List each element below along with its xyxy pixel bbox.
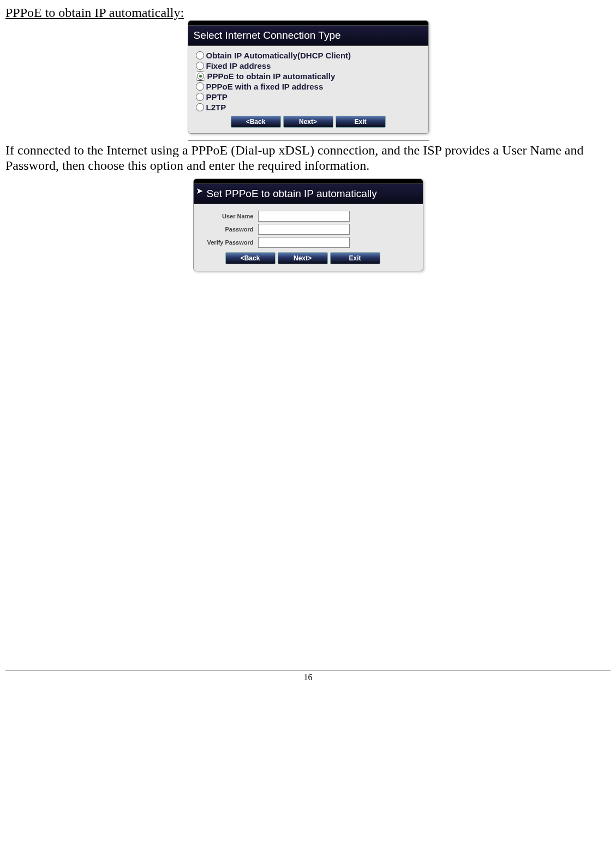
radio-option-fixed-ip[interactable]: Fixed IP address <box>196 61 421 71</box>
password-input[interactable] <box>258 224 350 235</box>
verify-password-input[interactable] <box>258 237 350 248</box>
next-button[interactable]: Next> <box>278 252 328 264</box>
password-label: Password <box>205 226 258 233</box>
radio-option-l2tp[interactable]: L2TP <box>196 102 421 112</box>
radio-selected-icon <box>196 72 205 81</box>
radio-icon <box>196 82 204 91</box>
back-button[interactable]: <Back <box>231 116 281 128</box>
exit-button[interactable]: Exit <box>330 252 380 264</box>
radio-icon <box>196 103 204 111</box>
username-label: User Name <box>205 213 258 219</box>
verify-password-label: Verify Password <box>205 239 258 246</box>
next-button[interactable]: Next> <box>283 116 333 128</box>
page-number: 16 <box>5 670 611 682</box>
dialog2-title: ➤ Set PPPoE to obtain IP automatically <box>194 183 423 204</box>
radio-option-pppoe-fixed[interactable]: PPPoE with a fixed IP address <box>196 81 421 92</box>
radio-option-dhcp[interactable]: Obtain IP Automatically(DHCP Client) <box>196 50 421 61</box>
radio-icon <box>196 93 204 101</box>
username-input[interactable] <box>258 211 350 222</box>
back-button[interactable]: <Back <box>225 252 276 264</box>
cursor-icon: ➤ <box>196 186 203 196</box>
section-heading: PPPoE to obtain IP automatically: <box>5 5 611 20</box>
radio-option-pptp[interactable]: PPTP <box>196 92 421 102</box>
dialog-select-connection-type: Select Internet Connection Type Obtain I… <box>188 20 429 134</box>
radio-option-pppoe-auto[interactable]: PPPoE to obtain IP automatically <box>196 71 421 81</box>
dialog1-title: Select Internet Connection Type <box>188 25 428 46</box>
exit-button[interactable]: Exit <box>336 116 386 128</box>
dialog-set-pppoe: ➤ Set PPPoE to obtain IP automatically U… <box>193 179 423 271</box>
paragraph: If connected to the Internet using a PPP… <box>5 143 611 173</box>
radio-icon <box>196 62 204 70</box>
radio-icon <box>196 51 204 60</box>
